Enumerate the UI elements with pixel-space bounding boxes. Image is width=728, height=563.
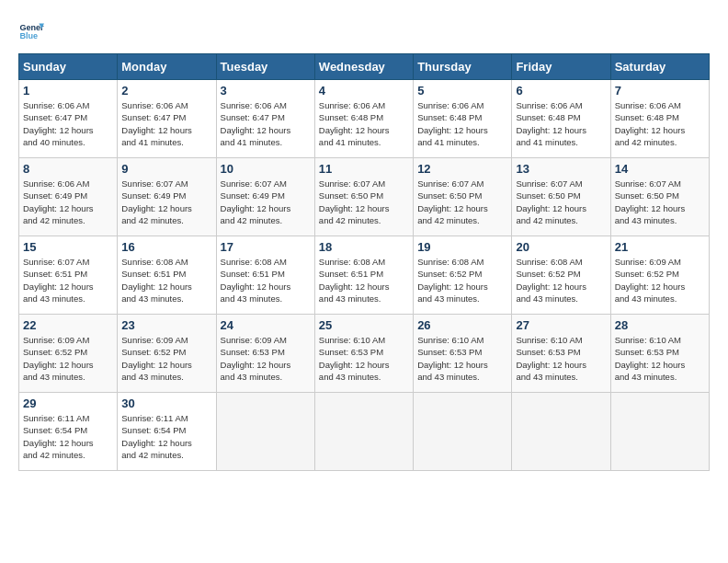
calendar-cell xyxy=(216,393,314,471)
day-number: 30 xyxy=(121,396,211,410)
col-tuesday: Tuesday xyxy=(216,54,314,80)
calendar-cell xyxy=(314,393,413,471)
day-number: 28 xyxy=(615,318,705,332)
day-number: 12 xyxy=(417,162,507,176)
day-info: Sunrise: 6:09 AM Sunset: 6:52 PM Dayligh… xyxy=(121,334,211,383)
calendar-cell: 24Sunrise: 6:09 AM Sunset: 6:53 PM Dayli… xyxy=(216,315,314,393)
calendar-header-row: Sunday Monday Tuesday Wednesday Thursday… xyxy=(19,54,710,80)
day-number: 14 xyxy=(615,162,705,176)
calendar-cell: 9Sunrise: 6:07 AM Sunset: 6:49 PM Daylig… xyxy=(118,158,216,236)
day-number: 25 xyxy=(319,318,409,332)
calendar-cell xyxy=(610,393,709,471)
calendar-table: Sunday Monday Tuesday Wednesday Thursday… xyxy=(18,53,710,471)
day-info: Sunrise: 6:09 AM Sunset: 6:52 PM Dayligh… xyxy=(23,334,113,383)
calendar-cell: 29Sunrise: 6:11 AM Sunset: 6:54 PM Dayli… xyxy=(19,393,118,471)
day-info: Sunrise: 6:09 AM Sunset: 6:52 PM Dayligh… xyxy=(615,256,705,304)
calendar-cell xyxy=(512,393,610,471)
calendar-cell: 4Sunrise: 6:06 AM Sunset: 6:48 PM Daylig… xyxy=(314,80,413,158)
calendar-week-row: 22Sunrise: 6:09 AM Sunset: 6:52 PM Dayli… xyxy=(19,315,710,393)
day-info: Sunrise: 6:07 AM Sunset: 6:50 PM Dayligh… xyxy=(319,178,409,226)
calendar-week-row: 29Sunrise: 6:11 AM Sunset: 6:54 PM Dayli… xyxy=(19,393,710,471)
col-thursday: Thursday xyxy=(414,54,512,80)
day-info: Sunrise: 6:10 AM Sunset: 6:53 PM Dayligh… xyxy=(615,334,705,383)
day-number: 9 xyxy=(121,162,211,176)
calendar-week-row: 8Sunrise: 6:06 AM Sunset: 6:49 PM Daylig… xyxy=(19,158,710,236)
day-info: Sunrise: 6:06 AM Sunset: 6:47 PM Dayligh… xyxy=(221,99,311,148)
day-number: 1 xyxy=(23,84,113,98)
calendar-cell: 14Sunrise: 6:07 AM Sunset: 6:50 PM Dayli… xyxy=(610,158,709,236)
day-info: Sunrise: 6:08 AM Sunset: 6:52 PM Dayligh… xyxy=(417,256,507,304)
calendar-cell: 27Sunrise: 6:10 AM Sunset: 6:53 PM Dayli… xyxy=(512,315,610,393)
calendar-cell: 30Sunrise: 6:11 AM Sunset: 6:54 PM Dayli… xyxy=(118,393,216,471)
calendar-cell: 26Sunrise: 6:10 AM Sunset: 6:53 PM Dayli… xyxy=(414,315,512,393)
day-info: Sunrise: 6:08 AM Sunset: 6:51 PM Dayligh… xyxy=(319,256,409,304)
logo: General Blue xyxy=(18,18,44,44)
day-info: Sunrise: 6:06 AM Sunset: 6:48 PM Dayligh… xyxy=(516,99,606,148)
day-info: Sunrise: 6:11 AM Sunset: 6:54 PM Dayligh… xyxy=(23,412,113,461)
calendar-cell: 15Sunrise: 6:07 AM Sunset: 6:51 PM Dayli… xyxy=(19,236,118,315)
col-sunday: Sunday xyxy=(19,54,118,80)
day-number: 26 xyxy=(417,318,507,332)
calendar-cell: 8Sunrise: 6:06 AM Sunset: 6:49 PM Daylig… xyxy=(19,158,118,236)
day-number: 2 xyxy=(121,84,211,98)
day-number: 5 xyxy=(417,84,507,98)
page-header: General Blue xyxy=(18,18,710,44)
calendar-cell: 6Sunrise: 6:06 AM Sunset: 6:48 PM Daylig… xyxy=(512,80,610,158)
day-info: Sunrise: 6:08 AM Sunset: 6:52 PM Dayligh… xyxy=(516,256,606,304)
calendar-cell: 2Sunrise: 6:06 AM Sunset: 6:47 PM Daylig… xyxy=(118,80,216,158)
day-number: 29 xyxy=(23,396,113,410)
svg-text:Blue: Blue xyxy=(19,31,38,40)
day-number: 4 xyxy=(319,84,409,98)
calendar-week-row: 15Sunrise: 6:07 AM Sunset: 6:51 PM Dayli… xyxy=(19,236,710,315)
day-info: Sunrise: 6:10 AM Sunset: 6:53 PM Dayligh… xyxy=(417,334,507,383)
day-info: Sunrise: 6:06 AM Sunset: 6:49 PM Dayligh… xyxy=(23,178,113,226)
day-info: Sunrise: 6:07 AM Sunset: 6:50 PM Dayligh… xyxy=(615,178,705,226)
day-number: 3 xyxy=(221,84,311,98)
day-number: 15 xyxy=(23,240,113,254)
calendar-cell: 11Sunrise: 6:07 AM Sunset: 6:50 PM Dayli… xyxy=(314,158,413,236)
day-info: Sunrise: 6:06 AM Sunset: 6:47 PM Dayligh… xyxy=(121,99,211,148)
day-number: 17 xyxy=(221,240,311,254)
day-info: Sunrise: 6:07 AM Sunset: 6:51 PM Dayligh… xyxy=(23,256,113,304)
day-number: 23 xyxy=(121,318,211,332)
day-info: Sunrise: 6:06 AM Sunset: 6:48 PM Dayligh… xyxy=(615,99,705,148)
day-info: Sunrise: 6:08 AM Sunset: 6:51 PM Dayligh… xyxy=(221,256,311,304)
calendar-cell: 7Sunrise: 6:06 AM Sunset: 6:48 PM Daylig… xyxy=(610,80,709,158)
calendar-cell: 20Sunrise: 6:08 AM Sunset: 6:52 PM Dayli… xyxy=(512,236,610,315)
day-number: 16 xyxy=(121,240,211,254)
day-info: Sunrise: 6:06 AM Sunset: 6:48 PM Dayligh… xyxy=(417,99,507,148)
day-info: Sunrise: 6:07 AM Sunset: 6:50 PM Dayligh… xyxy=(417,178,507,226)
day-number: 27 xyxy=(516,318,606,332)
day-number: 7 xyxy=(615,84,705,98)
col-friday: Friday xyxy=(512,54,610,80)
calendar-cell: 16Sunrise: 6:08 AM Sunset: 6:51 PM Dayli… xyxy=(118,236,216,315)
day-info: Sunrise: 6:07 AM Sunset: 6:49 PM Dayligh… xyxy=(221,178,311,226)
day-number: 10 xyxy=(221,162,311,176)
calendar-cell: 18Sunrise: 6:08 AM Sunset: 6:51 PM Dayli… xyxy=(314,236,413,315)
calendar-cell: 21Sunrise: 6:09 AM Sunset: 6:52 PM Dayli… xyxy=(610,236,709,315)
col-wednesday: Wednesday xyxy=(314,54,413,80)
day-number: 11 xyxy=(319,162,409,176)
calendar-cell: 22Sunrise: 6:09 AM Sunset: 6:52 PM Dayli… xyxy=(19,315,118,393)
day-number: 19 xyxy=(417,240,507,254)
day-number: 21 xyxy=(615,240,705,254)
day-info: Sunrise: 6:06 AM Sunset: 6:48 PM Dayligh… xyxy=(319,99,409,148)
day-number: 6 xyxy=(516,84,606,98)
day-info: Sunrise: 6:10 AM Sunset: 6:53 PM Dayligh… xyxy=(516,334,606,383)
day-number: 18 xyxy=(319,240,409,254)
calendar-cell: 12Sunrise: 6:07 AM Sunset: 6:50 PM Dayli… xyxy=(414,158,512,236)
day-info: Sunrise: 6:08 AM Sunset: 6:51 PM Dayligh… xyxy=(121,256,211,304)
calendar-cell: 5Sunrise: 6:06 AM Sunset: 6:48 PM Daylig… xyxy=(414,80,512,158)
calendar-cell: 13Sunrise: 6:07 AM Sunset: 6:50 PM Dayli… xyxy=(512,158,610,236)
day-number: 24 xyxy=(221,318,311,332)
calendar-cell: 17Sunrise: 6:08 AM Sunset: 6:51 PM Dayli… xyxy=(216,236,314,315)
calendar-cell: 1Sunrise: 6:06 AM Sunset: 6:47 PM Daylig… xyxy=(19,80,118,158)
day-number: 20 xyxy=(516,240,606,254)
day-info: Sunrise: 6:11 AM Sunset: 6:54 PM Dayligh… xyxy=(121,412,211,461)
day-info: Sunrise: 6:10 AM Sunset: 6:53 PM Dayligh… xyxy=(319,334,409,383)
calendar-cell xyxy=(414,393,512,471)
day-number: 22 xyxy=(23,318,113,332)
calendar-cell: 19Sunrise: 6:08 AM Sunset: 6:52 PM Dayli… xyxy=(414,236,512,315)
col-monday: Monday xyxy=(118,54,216,80)
day-info: Sunrise: 6:06 AM Sunset: 6:47 PM Dayligh… xyxy=(23,99,113,148)
